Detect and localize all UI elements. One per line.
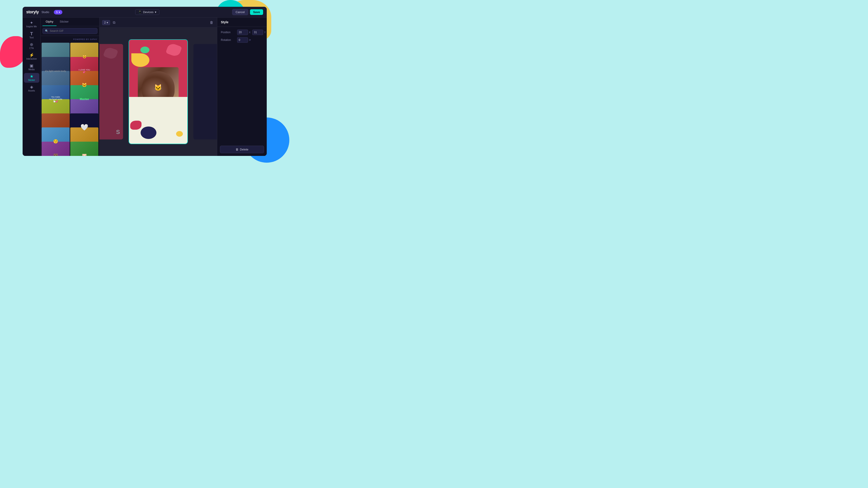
app-container: storyly Studio S ▾ 📱 Devices ▾ Cancel Sa…: [23, 7, 267, 156]
sidebar-label-text: Text: [29, 36, 33, 39]
position-row: Position X Y: [221, 30, 263, 35]
studio-label: Studio: [41, 11, 49, 14]
devices-button[interactable]: 📱 Devices ▾: [135, 9, 159, 15]
position-label: Position: [221, 31, 235, 34]
sticker-icon: ★: [30, 74, 33, 78]
top-bar: storyly Studio S ▾ 📱 Devices ▾ Cancel Sa…: [23, 7, 267, 18]
story-blob-yellow: [176, 131, 183, 137]
inspire-icon: ✦: [30, 21, 33, 25]
text-icon: T: [30, 31, 33, 36]
chevron-down-icon: ▾: [155, 10, 156, 14]
sidebar-item-text[interactable]: T Text: [24, 30, 39, 40]
story-blob-dark: [141, 127, 156, 139]
story-s-logo: S: [116, 129, 120, 135]
main-body: ✦ Inspire Me T Text ⊕ CTA ⚡ Interactive …: [23, 18, 267, 156]
story-card-3[interactable]: S: [193, 44, 217, 139]
delete-label: Delete: [240, 148, 248, 151]
user-initial: S: [56, 11, 58, 14]
position-y-group: Y: [252, 30, 266, 35]
device-icon: 📱: [138, 10, 142, 14]
logo-area: storyly Studio: [26, 10, 49, 14]
position-x-input[interactable]: [237, 30, 248, 35]
rotation-icon: ⟳: [249, 39, 251, 41]
story-number: 2: [104, 21, 106, 24]
canvas-area: 2 ▾ ⧉ 🗑 S: [99, 18, 217, 156]
canvas-toolbar: 2 ▾ ⧉ 🗑: [99, 18, 217, 28]
style-title: Style: [221, 20, 228, 24]
x-unit: X: [249, 31, 250, 34]
top-bar-right: Cancel Save: [232, 9, 263, 15]
story-2-shape-green: [141, 46, 149, 53]
dropdown-chevron-icon: ▾: [59, 11, 60, 14]
rotation-label: Rotation: [221, 38, 235, 41]
right-panel: Style Position X Y Rotation: [217, 18, 267, 156]
duplicate-button[interactable]: ⧉: [112, 20, 116, 26]
top-bar-center: 📱 Devices ▾: [65, 9, 230, 15]
rotation-input-group: ⟳: [237, 37, 251, 43]
gif-thumbnail: 🐷: [70, 142, 98, 156]
story-shape-red: [103, 46, 118, 60]
devices-label: Devices: [143, 10, 153, 14]
gif-item[interactable]: 🐷: [70, 142, 98, 156]
media-icon: ▣: [30, 64, 33, 68]
position-y-input[interactable]: [252, 30, 263, 35]
story-card-1[interactable]: S: [99, 44, 123, 139]
story-2-shape-yellow: [131, 53, 149, 67]
sidebar-label-assets: Assets: [28, 90, 35, 92]
sidebar-item-media[interactable]: ▣ Media: [24, 62, 39, 72]
cta-icon: ⊕: [30, 42, 33, 46]
search-input[interactable]: [50, 29, 95, 33]
content-panel: Giphy Sticker 🔍 POWERED BY GIPHY: [41, 18, 99, 156]
tab-sticker[interactable]: Sticker: [57, 18, 72, 26]
story-bottom-section: [129, 97, 188, 144]
sidebar-item-cta[interactable]: ⊕ CTA: [24, 41, 39, 51]
giphy-brand-text: POWERED BY GIPHY: [73, 38, 97, 40]
gif-item[interactable]: 🐻: [41, 142, 70, 156]
app-logo: storyly: [26, 10, 39, 14]
style-header: Style: [217, 18, 267, 27]
delete-icon: 🗑: [236, 148, 239, 151]
story-num-chevron: ▾: [107, 21, 108, 24]
delete-button[interactable]: 🗑 Delete: [220, 146, 264, 153]
sidebar-item-inspire[interactable]: ✦ Inspire Me: [24, 20, 39, 29]
left-sidebar: ✦ Inspire Me T Text ⊕ CTA ⚡ Interactive …: [23, 18, 41, 156]
rotation-input[interactable]: [237, 37, 248, 43]
giphy-brand: POWERED BY GIPHY: [41, 36, 99, 42]
tab-row: Giphy Sticker: [41, 18, 99, 26]
interactive-icon: ⚡: [29, 53, 34, 57]
search-input-wrapper: 🔍: [42, 28, 97, 34]
gif-thumbnail: 🐻: [41, 142, 70, 156]
y-unit: Y: [264, 31, 266, 34]
user-badge[interactable]: S ▾: [54, 10, 62, 14]
duplicate-icon: ⧉: [113, 21, 115, 24]
sidebar-item-interactive[interactable]: ⚡ Interactive: [24, 52, 39, 61]
story-2-shape-red: [166, 42, 182, 58]
delete-story-button[interactable]: 🗑: [209, 20, 214, 26]
gif-grid: 🐱 it's fight week body I LOVE YOU💕 🐱 You…: [41, 42, 99, 156]
story-number-badge[interactable]: 2 ▾: [102, 20, 110, 25]
story-card-2[interactable]: 🐱 S: [129, 40, 188, 144]
delete-story-icon: 🗑: [210, 21, 213, 24]
style-section: Position X Y Rotation ⟳: [217, 27, 267, 45]
rotation-row: Rotation ⟳: [221, 37, 263, 43]
sidebar-item-sticker[interactable]: ★ Sticker: [24, 73, 39, 83]
sidebar-item-assets[interactable]: ◈ Assets: [24, 84, 39, 93]
save-button[interactable]: Save: [250, 9, 263, 15]
sidebar-label-sticker: Sticker: [28, 79, 35, 81]
assets-icon: ◈: [30, 85, 33, 89]
story-blob-pink: [130, 121, 142, 130]
position-x-group: X: [237, 30, 250, 35]
sidebar-label-interactive: Interactive: [26, 58, 37, 60]
story-3-background: S: [193, 44, 217, 139]
story-1-background: S: [99, 44, 123, 139]
search-bar: 🔍: [41, 26, 99, 36]
style-spacer: [217, 45, 267, 143]
sidebar-label-inspire: Inspire Me: [26, 25, 37, 28]
sidebar-label-cta: CTA: [29, 47, 34, 50]
canvas-stories: S 🐱: [99, 28, 217, 156]
tab-giphy[interactable]: Giphy: [42, 18, 57, 26]
search-icon: 🔍: [45, 29, 49, 33]
cancel-button[interactable]: Cancel: [232, 9, 248, 15]
sidebar-label-media: Media: [29, 68, 35, 71]
